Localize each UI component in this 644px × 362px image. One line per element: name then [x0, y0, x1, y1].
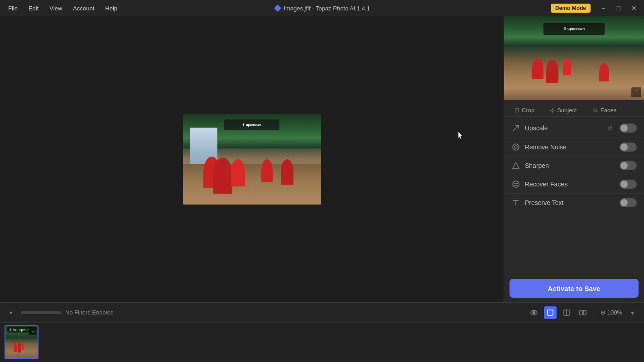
- remove-noise-toggle[interactable]: [620, 143, 637, 152]
- filter-recover-faces-label: Recover Faces: [525, 181, 615, 188]
- menu-view[interactable]: View: [45, 3, 67, 14]
- recover-faces-toggle[interactable]: [620, 180, 637, 189]
- tab-subject[interactable]: ⊹ Subject: [543, 104, 583, 116]
- filters-bar: No Filters Enabled: [21, 309, 523, 316]
- close-button[interactable]: ✕: [628, 2, 640, 14]
- expand-filmstrip-button[interactable]: ▾: [5, 307, 16, 318]
- svg-rect-11: [548, 310, 553, 315]
- menu-help[interactable]: Help: [101, 3, 122, 14]
- svg-rect-14: [580, 310, 582, 315]
- zoom-expand-button[interactable]: ▾: [626, 306, 639, 319]
- preserve-text-icon: [511, 198, 520, 207]
- zoom-display: ⊕ 100%: [601, 309, 622, 316]
- activate-to-save-button[interactable]: Activate to Save: [509, 279, 639, 298]
- filmstrip: ⬆ images.jfif ⋯: [0, 322, 644, 362]
- svg-marker-3: [513, 162, 519, 168]
- svg-line-0: [513, 125, 519, 131]
- tab-subject-label: Subject: [557, 107, 577, 114]
- window-controls: Demo Mode − □ ✕: [551, 2, 640, 14]
- filter-list: Upscale ↺ Remove Noise: [504, 117, 644, 274]
- main-image-container: ⬆ uptodown: [183, 114, 321, 205]
- tab-faces-label: Faces: [601, 107, 616, 114]
- sharpen-icon: [511, 161, 520, 170]
- preview-thumbnail: ⬆ uptodown ⋮: [504, 16, 644, 100]
- demo-mode-badge: Demo Mode: [551, 4, 591, 13]
- thumbnail-more-btn[interactable]: ⋮: [631, 87, 641, 97]
- no-filters-label: No Filters Enabled: [65, 309, 114, 316]
- svg-point-10: [533, 311, 535, 314]
- filter-remove-noise-label: Remove Noise: [525, 143, 615, 151]
- minimize-button[interactable]: −: [597, 2, 610, 14]
- filter-progress-bar: [21, 311, 62, 314]
- film-item-menu-btn[interactable]: ⋯: [29, 327, 37, 335]
- right-panel: ⬆ uptodown ⋮ ⊡ Crop ⊹ Subject ☺ Faces: [504, 16, 644, 302]
- zoom-icon: ⊕: [601, 309, 606, 316]
- single-view-button[interactable]: [544, 306, 557, 319]
- faces-icon: ☺: [592, 107, 598, 114]
- filter-row-recover-faces: Recover Faces: [504, 175, 644, 194]
- upscale-toggle[interactable]: [620, 124, 637, 133]
- filter-sharpen-label: Sharpen: [525, 162, 615, 169]
- crop-icon: ⊡: [514, 107, 519, 114]
- sharpen-toggle[interactable]: [620, 161, 637, 170]
- title-text: images.jfif - Topaz Photo AI 1.4.1: [284, 5, 370, 12]
- filter-row-remove-noise: Remove Noise: [504, 138, 644, 157]
- upscale-icon: [511, 124, 520, 133]
- svg-point-5: [514, 183, 515, 184]
- svg-rect-15: [583, 310, 586, 315]
- svg-point-1: [513, 144, 519, 150]
- svg-point-2: [514, 146, 517, 148]
- upscale-reset-btn[interactable]: ↺: [605, 123, 615, 133]
- canvas-area[interactable]: ⬆ uptodown: [0, 16, 504, 302]
- tool-tabs: ⊡ Crop ⊹ Subject ☺ Faces: [504, 100, 644, 117]
- svg-point-4: [513, 181, 519, 187]
- svg-point-6: [517, 183, 518, 184]
- activate-btn-label: Activate to Save: [548, 285, 601, 292]
- maximize-button[interactable]: □: [612, 2, 625, 14]
- eye-button[interactable]: [528, 306, 540, 319]
- menu-file[interactable]: File: [4, 3, 22, 14]
- filmstrip-item[interactable]: ⬆ images.jfif ⋯: [5, 325, 38, 359]
- menu-bar: File Edit View Account Help: [4, 3, 122, 14]
- window-title: images.jfif - Topaz Photo AI 1.4.1: [274, 5, 370, 12]
- filter-row-sharpen: Sharpen: [504, 157, 644, 175]
- tab-faces[interactable]: ☺ Faces: [586, 104, 624, 116]
- titlebar: File Edit View Account Help images.jfif …: [0, 0, 644, 16]
- tab-crop-label: Crop: [522, 107, 534, 114]
- preserve-text-toggle[interactable]: [620, 198, 637, 207]
- filter-row-upscale: Upscale ↺: [504, 119, 644, 138]
- bottom-bar: ▾ No Filters Enabled: [0, 302, 644, 322]
- subject-icon: ⊹: [550, 107, 555, 114]
- menu-account[interactable]: Account: [68, 3, 99, 14]
- cursor-icon: [458, 132, 464, 140]
- zoom-value: 100%: [607, 309, 622, 316]
- side-by-side-button[interactable]: [577, 306, 589, 319]
- recover-faces-icon: [511, 180, 520, 189]
- filter-row-preserve-text: Preserve Text: [504, 194, 644, 212]
- divider: [595, 308, 595, 317]
- main-image: ⬆ uptodown: [183, 114, 321, 205]
- menu-edit[interactable]: Edit: [24, 3, 43, 14]
- thumbnail-controls: ⋮: [631, 87, 641, 97]
- split-view-button[interactable]: [560, 306, 573, 319]
- filter-upscale-label: Upscale: [525, 124, 601, 132]
- filter-preserve-text-label: Preserve Text: [525, 199, 615, 206]
- topaz-logo-icon: [274, 5, 281, 12]
- main-area: ⬆ uptodown ⬆ uptodown ⋮: [0, 16, 644, 302]
- bottom-tools: ⊕ 100% ▾: [528, 306, 639, 319]
- remove-noise-icon: [511, 143, 520, 152]
- tab-crop[interactable]: ⊡ Crop: [508, 104, 541, 116]
